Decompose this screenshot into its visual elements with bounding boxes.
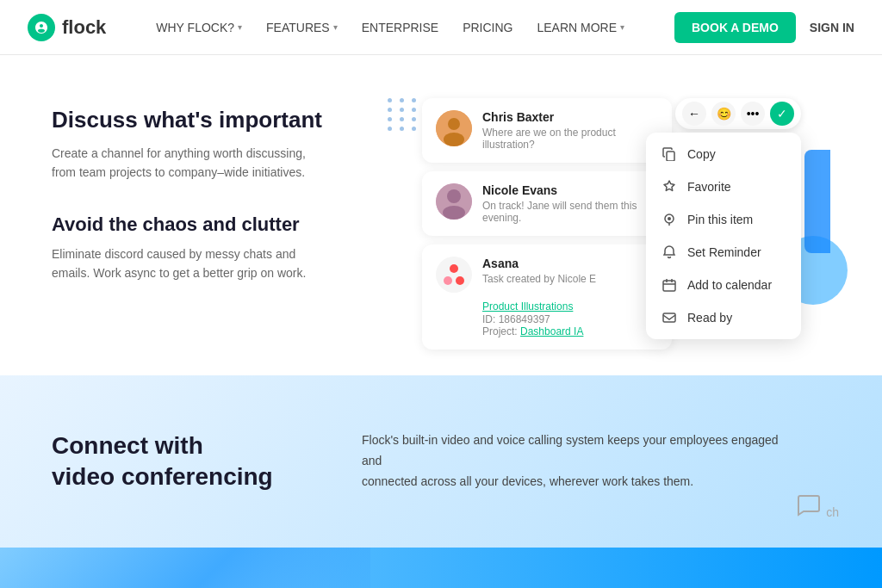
chat-content-asana: Asana Task created by Nicole E bbox=[482, 257, 596, 285]
svg-point-8 bbox=[668, 217, 671, 220]
chat-msg-chris: Where are we on the product illustration… bbox=[482, 127, 658, 151]
nav-why-flock[interactable]: WHY FLOCK? ▾ bbox=[156, 21, 242, 34]
nav-learn-more[interactable]: LEARN MORE ▾ bbox=[537, 21, 625, 34]
nav-enterprise[interactable]: ENTERPRISE bbox=[362, 21, 438, 34]
chat-name-nicole: Nicole Evans bbox=[482, 183, 658, 197]
blue-shape-decor bbox=[804, 150, 830, 253]
hero-title-1: Discuss what's important bbox=[52, 107, 379, 133]
chevron-down-icon: ▾ bbox=[620, 22, 624, 32]
chat-name-asana: Asana bbox=[482, 257, 596, 270]
svg-rect-10 bbox=[663, 313, 675, 322]
chat-bubble-icon: ch bbox=[797, 492, 839, 522]
svg-rect-9 bbox=[663, 281, 675, 291]
nav-features[interactable]: FEATURES ▾ bbox=[266, 21, 338, 34]
chat-msg-nicole: On track! Jane will send them this eveni… bbox=[482, 200, 658, 224]
signin-button[interactable]: SIGN IN bbox=[810, 21, 854, 34]
bottom-title: Connect with video conferencing bbox=[52, 430, 293, 493]
bottom-desc: Flock's built-in video and voice calling… bbox=[362, 430, 792, 492]
menu-item-pin[interactable]: Pin this item bbox=[646, 203, 801, 236]
menu-item-calendar[interactable]: Add to calendar bbox=[646, 269, 801, 301]
more-button[interactable]: ••• bbox=[741, 102, 765, 126]
bell-icon bbox=[662, 244, 677, 260]
hero-desc-1: Create a channel for anything worth disc… bbox=[52, 144, 379, 183]
chat-msg-asana: Task created by Nicole E bbox=[482, 273, 596, 285]
chat-content-nicole: Nicole Evans On track! Jane will send th… bbox=[482, 183, 658, 224]
copy-icon bbox=[662, 146, 677, 162]
nav-actions: BOOK A DEMO SIGN IN bbox=[674, 12, 854, 43]
chat-name-chris: Chris Baxter bbox=[482, 110, 658, 124]
message-actions-bar: ← 😊 ••• ✓ bbox=[675, 98, 801, 129]
calendar-icon bbox=[662, 277, 677, 293]
context-dropdown-menu: Copy Favorite bbox=[646, 133, 801, 339]
bottom-section: Connect with video conferencing Flock's … bbox=[0, 375, 882, 548]
menu-readby-label: Read by bbox=[687, 311, 732, 325]
svg-point-1 bbox=[448, 118, 460, 130]
pin-icon bbox=[662, 212, 677, 227]
chat-card-asana: Asana Task created by Nicole E Product I… bbox=[422, 244, 672, 350]
hero-right: Chris Baxter Where are we on the product… bbox=[379, 98, 830, 350]
dots-decoration bbox=[388, 98, 419, 131]
chat-card-nicole: Nicole Evans On track! Jane will send th… bbox=[422, 171, 672, 236]
bottom-left: Connect with video conferencing bbox=[52, 430, 293, 493]
avatar-asana bbox=[436, 257, 472, 293]
asana-details: Product Illustrations ID: 186849397 Proj… bbox=[436, 298, 583, 337]
flock-logo-icon bbox=[28, 14, 55, 41]
chevron-down-icon: ▾ bbox=[238, 22, 242, 32]
asana-project: Project: Dashboard IA bbox=[482, 325, 583, 337]
menu-pin-label: Pin this item bbox=[687, 213, 753, 226]
logo-text: flock bbox=[62, 16, 106, 39]
star-icon bbox=[662, 179, 677, 195]
svg-point-4 bbox=[447, 189, 461, 203]
hero-title-2: Avoid the chaos and clutter bbox=[52, 214, 379, 236]
reply-button[interactable]: ← bbox=[682, 102, 706, 126]
logo-area: flock bbox=[28, 14, 106, 41]
context-menu-wrapper: ← 😊 ••• ✓ Copy bbox=[646, 98, 801, 339]
menu-item-favorite[interactable]: Favorite bbox=[646, 170, 801, 203]
book-demo-button[interactable]: BOOK A DEMO bbox=[674, 12, 796, 43]
svg-point-2 bbox=[444, 133, 464, 146]
svg-point-5 bbox=[443, 206, 465, 220]
asana-link[interactable]: Product Illustrations bbox=[482, 300, 573, 313]
avatar-nicole bbox=[436, 183, 472, 220]
chevron-down-icon: ▾ bbox=[333, 22, 338, 32]
hero-left: Discuss what's important Create a channe… bbox=[52, 98, 379, 283]
navbar: flock WHY FLOCK? ▾ FEATURES ▾ ENTERPRISE… bbox=[0, 0, 882, 55]
chat-label: ch bbox=[826, 505, 839, 519]
menu-item-copy[interactable]: Copy bbox=[646, 138, 801, 170]
chat-content-chris: Chris Baxter Where are we on the product… bbox=[482, 110, 658, 151]
chat-cards: Chris Baxter Where are we on the product… bbox=[422, 98, 672, 350]
menu-calendar-label: Add to calendar bbox=[687, 278, 772, 292]
nav-links: WHY FLOCK? ▾ FEATURES ▾ ENTERPRISE PRICI… bbox=[156, 21, 624, 34]
chat-card-chris: Chris Baxter Where are we on the product… bbox=[422, 98, 672, 163]
footer-bg-shape bbox=[0, 548, 370, 588]
bottom-right: Flock's built-in video and voice calling… bbox=[362, 430, 830, 492]
hero-desc-2: Eliminate discord caused by messy chats … bbox=[52, 244, 379, 283]
svg-rect-6 bbox=[667, 152, 674, 161]
menu-reminder-label: Set Reminder bbox=[687, 245, 761, 259]
asana-id: ID: 186849397 bbox=[482, 313, 583, 325]
check-button[interactable]: ✓ bbox=[770, 102, 794, 126]
emoji-button[interactable]: 😊 bbox=[711, 102, 736, 126]
menu-item-readby[interactable]: Read by bbox=[646, 301, 801, 334]
nav-pricing[interactable]: PRICING bbox=[463, 21, 512, 34]
menu-item-reminder[interactable]: Set Reminder bbox=[646, 236, 801, 269]
footer: flock.com bbox=[0, 548, 882, 588]
hero-section: Discuss what's important Create a channe… bbox=[0, 55, 882, 375]
avatar-chris bbox=[436, 110, 472, 146]
mail-icon bbox=[662, 310, 677, 325]
asana-project-link[interactable]: Dashboard IA bbox=[520, 325, 583, 337]
menu-favorite-label: Favorite bbox=[687, 180, 731, 194]
menu-copy-label: Copy bbox=[687, 147, 716, 161]
